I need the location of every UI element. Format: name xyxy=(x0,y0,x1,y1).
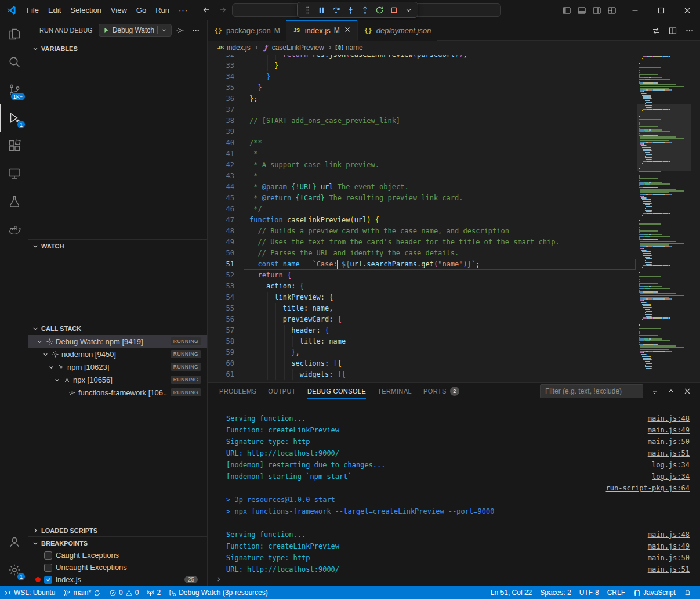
activity-search[interactable] xyxy=(0,48,28,76)
pause-button[interactable] xyxy=(315,3,328,16)
code-line-49[interactable]: 49 // Uses the text from the card's head… xyxy=(208,237,637,248)
code-line-34[interactable]: 34 } xyxy=(208,71,637,82)
status-remote[interactable]: WSL: Ubuntu xyxy=(0,586,59,599)
status-ports[interactable]: 2 xyxy=(143,586,165,599)
line-number[interactable]: 58 xyxy=(208,336,234,347)
split-editor-icon[interactable] xyxy=(668,26,677,35)
maximize-panel-icon[interactable] xyxy=(666,387,676,396)
step-into-button[interactable] xyxy=(344,3,357,16)
go-forward-button[interactable] xyxy=(218,5,227,15)
menu-selection[interactable]: Selection xyxy=(66,4,106,16)
call-stack-session[interactable]: nodemon [9450]RUNNING xyxy=(28,348,207,360)
line-number[interactable]: 34 xyxy=(208,71,234,82)
activity-extensions[interactable] xyxy=(0,132,28,160)
line-number[interactable]: 50 xyxy=(208,248,234,259)
line-number[interactable]: 45 xyxy=(208,193,234,204)
toggle-primary-sidebar-icon[interactable] xyxy=(562,6,571,15)
line-number[interactable]: 46 xyxy=(208,204,234,215)
status-notifications[interactable] xyxy=(680,586,695,599)
debug-console-output[interactable]: Serving function...main.js:48Function: c… xyxy=(208,400,700,575)
code-line-38[interactable]: 38// [START add_ons_case_preview_link] xyxy=(208,116,637,127)
breakpoint-checkbox[interactable] xyxy=(44,564,52,572)
source-link[interactable]: main.js:50 xyxy=(648,552,690,564)
section-call-stack[interactable]: CALL STACK xyxy=(28,322,207,334)
line-number[interactable]: 59 xyxy=(208,347,234,358)
close-tab-icon[interactable] xyxy=(343,26,351,35)
editor-tab-index.js[interactable]: JSindex.jsM xyxy=(286,20,358,41)
line-number[interactable]: 49 xyxy=(208,237,234,248)
line-number[interactable]: 48 xyxy=(208,226,234,237)
line-number[interactable]: 32 xyxy=(208,55,234,60)
overview-ruler[interactable] xyxy=(691,55,700,382)
call-stack-session[interactable]: npm [10623]RUNNING xyxy=(28,360,207,373)
status-debug-session[interactable]: Debug Watch (3p-resources) xyxy=(165,586,272,599)
panel-tab-debug-console[interactable]: DEBUG CONSOLE xyxy=(307,383,366,400)
views-more-icon[interactable] xyxy=(191,26,200,35)
status-cursor-position[interactable]: Ln 51, Col 22 xyxy=(487,586,536,599)
drag-grip-icon[interactable] xyxy=(300,3,313,16)
code-line-57[interactable]: 57 header: { xyxy=(208,325,637,336)
status-eol[interactable]: CRLF xyxy=(603,586,629,599)
breadcrumb-item[interactable]: JSindex.js xyxy=(217,44,251,52)
source-link[interactable]: main.js:51 xyxy=(648,564,690,575)
minimap[interactable] xyxy=(637,55,691,382)
menu-edit[interactable]: Edit xyxy=(43,4,66,16)
activity-docker[interactable] xyxy=(0,215,28,243)
line-number[interactable]: 52 xyxy=(208,270,234,281)
code-line-39[interactable]: 39 xyxy=(208,127,637,138)
menu-file[interactable]: File xyxy=(22,4,43,16)
go-back-button[interactable] xyxy=(202,5,211,15)
panel-tab-output[interactable]: OUTPUT xyxy=(268,383,296,400)
breakpoint-row[interactable]: Uncaught Exceptions xyxy=(28,561,207,573)
code-line-52[interactable]: 52 return { xyxy=(208,270,637,281)
debug-settings-gear-icon[interactable] xyxy=(176,26,184,35)
code-line-33[interactable]: 33 } xyxy=(208,60,637,71)
line-number[interactable]: 55 xyxy=(208,303,234,314)
line-number[interactable]: 36 xyxy=(208,93,234,104)
line-number[interactable]: 44 xyxy=(208,182,234,193)
console-filter-input[interactable] xyxy=(540,384,643,398)
menu-go[interactable]: Go xyxy=(132,4,151,16)
breakpoint-row[interactable]: Caught Exceptions xyxy=(28,549,207,561)
line-number[interactable]: 43 xyxy=(208,171,234,182)
status-problems[interactable]: 00 xyxy=(105,586,143,599)
source-link[interactable]: log.js:34 xyxy=(652,459,690,471)
code-line-60[interactable]: 60 sections: [{ xyxy=(208,358,637,369)
panel-tab-terminal[interactable]: TERMINAL xyxy=(378,383,412,400)
section-loaded-scripts[interactable]: LOADED SCRIPTS xyxy=(28,524,207,536)
code-line-58[interactable]: 58 title: name xyxy=(208,336,637,347)
line-number[interactable]: 38 xyxy=(208,116,234,127)
code-line-56[interactable]: 56 previewCard: { xyxy=(208,314,637,325)
source-link[interactable]: main.js:48 xyxy=(648,529,690,540)
line-number[interactable]: 41 xyxy=(208,149,234,160)
panel-tab-problems[interactable]: PROBLEMS xyxy=(219,383,256,400)
section-breakpoints[interactable]: BREAKPOINTS xyxy=(28,536,207,549)
breadcrumb-item[interactable]: [@]name xyxy=(336,44,363,52)
session-picker-chevron[interactable] xyxy=(402,3,415,16)
code-line-48[interactable]: 48 // Builds a preview card with the cas… xyxy=(208,226,637,237)
code-line-40[interactable]: 40/** xyxy=(208,138,637,149)
breakpoint-checkbox[interactable] xyxy=(44,551,52,560)
chevron-down-icon[interactable] xyxy=(161,27,168,34)
close-panel-icon[interactable] xyxy=(683,387,692,396)
code-line-61[interactable]: 61 widgets: [{ xyxy=(208,369,637,380)
call-stack-session[interactable]: functions-framework [106...RUNNING xyxy=(28,386,207,399)
status-language[interactable]: {}JavaScript xyxy=(629,586,680,599)
step-out-button[interactable] xyxy=(358,3,371,16)
menu-run[interactable]: Run xyxy=(151,4,174,16)
line-number[interactable]: 40 xyxy=(208,138,234,149)
breakpoint-checkbox[interactable] xyxy=(44,576,52,584)
line-number[interactable]: 54 xyxy=(208,292,234,303)
source-link[interactable]: main.js:51 xyxy=(648,448,690,459)
maximize-icon[interactable] xyxy=(657,6,666,15)
code-line-36[interactable]: 36}; xyxy=(208,93,637,104)
panel-tab-ports[interactable]: PORTS2 xyxy=(423,383,459,400)
section-variables[interactable]: VARIABLES xyxy=(28,42,207,55)
filter-icon[interactable] xyxy=(650,387,659,396)
code-line-54[interactable]: 54 linkPreview: { xyxy=(208,292,637,303)
restart-button[interactable] xyxy=(373,3,386,16)
breadcrumb-item[interactable]: ƒcaseLinkPreview xyxy=(262,44,324,52)
start-debugging-icon[interactable] xyxy=(103,27,110,34)
code-line-55[interactable]: 55 title: name, xyxy=(208,303,637,314)
line-number[interactable]: 53 xyxy=(208,281,234,292)
